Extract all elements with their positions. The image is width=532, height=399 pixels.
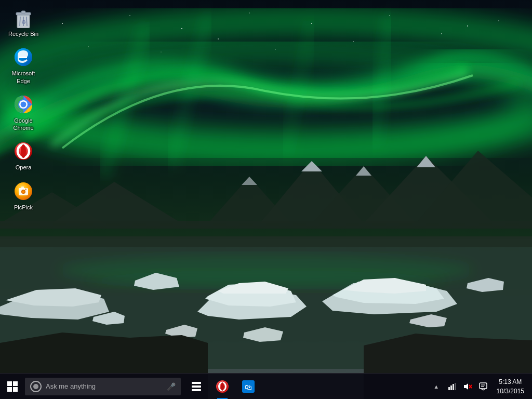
svg-rect-61: [21, 11, 25, 14]
cortana-icon: [30, 381, 42, 392]
opera-image: [13, 141, 34, 162]
start-button[interactable]: [0, 374, 25, 400]
svg-point-70: [21, 101, 26, 107]
clock-time: 5:13 AM: [499, 377, 522, 387]
chevron-up-icon: ▲: [433, 383, 439, 390]
desktop: ♻ Recycle Bin: [0, 0, 532, 399]
volume-tray-icon[interactable]: [460, 374, 475, 400]
picpick-icon-desktop[interactable]: PicPick: [5, 179, 42, 213]
taskbar-app-icons: 🛍: [183, 374, 261, 400]
system-tray: ▲: [429, 374, 532, 400]
recycle-bin-label: Recycle Bin: [8, 30, 38, 37]
taskbar-opera-button[interactable]: [209, 374, 235, 400]
task-view-button[interactable]: [183, 374, 209, 400]
tray-expand-button[interactable]: ▲: [429, 374, 444, 400]
svg-rect-82: [25, 189, 26, 190]
network-tray-icon[interactable]: [445, 374, 459, 400]
picpick-label: PicPick: [14, 204, 33, 211]
cortana-inner: [33, 384, 38, 389]
clock-date: 10/3/2015: [497, 387, 524, 396]
svg-point-76: [21, 144, 26, 158]
edge-label: Microsoft Edge: [7, 70, 39, 85]
opera-icon-desktop[interactable]: Opera: [5, 139, 42, 173]
recycle-bin-image: ♻: [13, 7, 34, 28]
clock[interactable]: 5:13 AM 10/3/2015: [491, 374, 529, 400]
svg-point-85: [221, 382, 224, 391]
taskbar-store-button[interactable]: 🛍: [235, 374, 261, 400]
svg-text:♻: ♻: [21, 19, 26, 25]
opera-label: Opera: [16, 164, 32, 171]
svg-rect-90: [453, 384, 454, 390]
desktop-icons: ♻ Recycle Bin: [5, 5, 42, 213]
svg-point-80: [22, 190, 25, 193]
svg-line-59: [26, 17, 27, 26]
svg-rect-88: [448, 387, 450, 390]
recycle-bin-icon[interactable]: ♻ Recycle Bin: [5, 5, 42, 39]
google-chrome-icon[interactable]: Google Chrome: [5, 92, 42, 134]
action-center-icon[interactable]: [476, 374, 490, 400]
svg-rect-89: [450, 385, 452, 390]
svg-text:🛍: 🛍: [245, 383, 252, 391]
search-bar[interactable]: Ask me anything 🎤: [25, 378, 181, 395]
taskbar-opera-icon: [216, 380, 229, 393]
task-view-icon: [192, 382, 201, 391]
windows-logo: [7, 381, 18, 392]
picpick-image: [13, 181, 34, 202]
edge-image: [13, 47, 34, 68]
microphone-icon[interactable]: 🎤: [167, 382, 176, 391]
wallpaper: [0, 0, 532, 399]
svg-rect-65: [19, 57, 27, 58]
search-placeholder: Ask me anything: [46, 382, 163, 390]
svg-rect-81: [21, 187, 24, 189]
taskbar: Ask me anything 🎤: [0, 373, 532, 399]
chrome-image: [13, 94, 34, 115]
svg-rect-94: [480, 383, 487, 389]
taskbar-store-icon: 🛍: [242, 380, 255, 393]
microsoft-edge-icon[interactable]: Microsoft Edge: [5, 45, 42, 87]
svg-line-57: [20, 17, 20, 26]
svg-rect-91: [455, 383, 456, 390]
chrome-label: Google Chrome: [7, 117, 39, 132]
